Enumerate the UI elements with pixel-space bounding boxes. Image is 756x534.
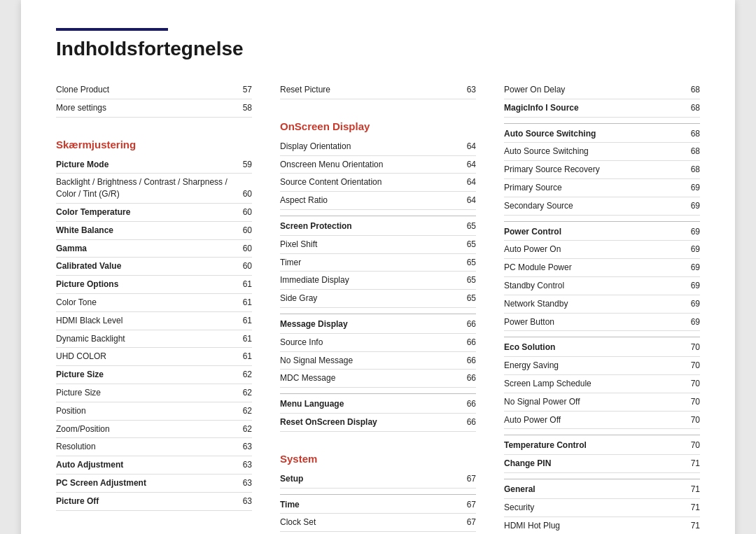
list-item: UHD COLOR 61 bbox=[56, 348, 252, 366]
list-item: Eco Solution 70 bbox=[504, 339, 700, 357]
list-item: Source Info 66 bbox=[280, 334, 476, 352]
list-item: Standby Control 69 bbox=[504, 277, 700, 295]
list-item: Change PIN 71 bbox=[504, 455, 700, 473]
section-heading-onscreen: OnScreen Display bbox=[280, 120, 476, 132]
onscreen-entries-a: Display Orientation 64 Onscreen Menu Ori… bbox=[280, 138, 476, 210]
list-item: No Signal Power Off 70 bbox=[504, 393, 700, 412]
list-item: Auto Power On 69 bbox=[504, 241, 700, 259]
list-item: Display Orientation 64 bbox=[280, 138, 476, 156]
list-item: PC Screen Adjustment 63 bbox=[56, 475, 252, 493]
section-heading-skaermjustering: Skærmjustering bbox=[56, 139, 252, 150]
entry-clone-product: Clone Product 57 bbox=[56, 81, 252, 99]
list-item: Screen Lamp Schedule 70 bbox=[504, 375, 700, 393]
list-item: Gamma 60 bbox=[56, 240, 252, 258]
list-item: HDMI Black Level 61 bbox=[56, 312, 252, 330]
system-entries-b: Time 67 Clock Set 67 DST 68 Sleep Timer … bbox=[280, 496, 476, 534]
top-entries-col3: Power On Delay 68 MagicInfo I Source 68 bbox=[504, 81, 700, 118]
list-item: Color Temperature 60 bbox=[56, 204, 252, 222]
list-item: Setup 67 bbox=[280, 470, 476, 489]
list-item: Picture Size 62 bbox=[56, 366, 252, 384]
page: Indholdsfortegnelse Clone Product 57 Mor… bbox=[21, 0, 735, 534]
list-item: Power Control 69 bbox=[504, 223, 700, 241]
list-item: MagicInfo I Source 68 bbox=[504, 99, 700, 118]
column-1: Clone Product 57 More settings 58 Skærmj… bbox=[56, 81, 252, 534]
list-item: Onscreen Menu Orientation 64 bbox=[280, 156, 476, 174]
list-item: Zoom/Position 62 bbox=[56, 421, 252, 439]
list-item: HDMI Hot Plug 71 bbox=[504, 517, 700, 534]
list-item: Backlight / Brightness / Contrast / Shar… bbox=[56, 174, 252, 204]
list-item: Network Standby 69 bbox=[504, 295, 700, 314]
onscreen-entries-b: Screen Protection 65 Pixel Shift 65 Time… bbox=[280, 218, 476, 308]
list-item: Auto Source Switching 68 bbox=[504, 143, 700, 161]
list-item: Source Content Orientation 64 bbox=[280, 174, 476, 192]
list-item: Timer 65 bbox=[280, 254, 476, 272]
col3-section3: Eco Solution 70 Energy Saving 70 Screen … bbox=[504, 339, 700, 429]
list-item: No Signal Message 66 bbox=[280, 352, 476, 370]
list-item: Clock Set 67 bbox=[280, 514, 476, 532]
list-item: Power Button 69 bbox=[504, 314, 700, 332]
skaerm-entries: Picture Mode 59 Backlight / Brightness /… bbox=[56, 156, 252, 511]
list-item: Picture Off 63 bbox=[56, 493, 252, 511]
onscreen-entries-c: Message Display 66 Source Info 66 No Sig… bbox=[280, 316, 476, 388]
list-item: Immediate Display 65 bbox=[280, 272, 476, 290]
col3-section2: Power Control 69 Auto Power On 69 PC Mod… bbox=[504, 223, 700, 332]
content-grid: Clone Product 57 More settings 58 Skærmj… bbox=[56, 81, 700, 534]
system-entries-a: Setup 67 bbox=[280, 470, 476, 489]
list-item: Calibrated Value 60 bbox=[56, 258, 252, 276]
title-bar bbox=[56, 28, 168, 31]
list-item: Resolution 63 bbox=[56, 438, 252, 456]
list-item: Picture Options 61 bbox=[56, 276, 252, 294]
list-item: White Balance 60 bbox=[56, 222, 252, 240]
list-item: Dynamic Backlight 61 bbox=[56, 330, 252, 349]
page-title: Indholdsfortegnelse bbox=[56, 38, 700, 60]
list-item: Power On Delay 68 bbox=[504, 81, 700, 99]
entry-reset-picture: Reset Picture 63 bbox=[280, 81, 476, 99]
top-entries-col2: Reset Picture 63 bbox=[280, 81, 476, 99]
list-item: Energy Saving 70 bbox=[504, 357, 700, 375]
list-item: General 71 bbox=[504, 481, 700, 499]
top-entries-col1: Clone Product 57 More settings 58 bbox=[56, 81, 252, 118]
list-item: Auto Power Off 70 bbox=[504, 412, 700, 430]
col3-section1: Auto Source Switching 68 Auto Source Swi… bbox=[504, 125, 700, 216]
list-item: Time 67 bbox=[280, 496, 476, 514]
list-item: Primary Source 69 bbox=[504, 179, 700, 197]
list-item: Picture Size 62 bbox=[56, 384, 252, 402]
list-item: Color Tone 61 bbox=[56, 294, 252, 312]
list-item: Picture Mode 59 bbox=[56, 156, 252, 174]
list-item: Auto Adjustment 63 bbox=[56, 456, 252, 475]
col3-section4: Temperature Control 70 Change PIN 71 bbox=[504, 437, 700, 473]
list-item: Pixel Shift 65 bbox=[280, 236, 476, 254]
col3-section5: General 71 Security 71 HDMI Hot Plug 71 bbox=[504, 481, 700, 534]
list-item: Security 71 bbox=[504, 499, 700, 517]
list-item: Position 62 bbox=[56, 402, 252, 421]
list-item: MDC Message 66 bbox=[280, 370, 476, 388]
list-item: Reset OnScreen Display 66 bbox=[280, 414, 476, 432]
list-item: Secondary Source 69 bbox=[504, 197, 700, 216]
list-item: Auto Source Switching 68 bbox=[504, 125, 700, 143]
list-item: Menu Language 66 bbox=[280, 395, 476, 414]
list-item: Aspect Ratio 64 bbox=[280, 192, 476, 210]
section-heading-system: System bbox=[280, 453, 476, 465]
list-item: Screen Protection 65 bbox=[280, 218, 476, 236]
list-item: Message Display 66 bbox=[280, 316, 476, 334]
column-3: Power On Delay 68 MagicInfo I Source 68 … bbox=[504, 81, 700, 534]
list-item: Side Gray 65 bbox=[280, 290, 476, 308]
onscreen-entries-d: Menu Language 66 Reset OnScreen Display … bbox=[280, 395, 476, 432]
list-item: Primary Source Recovery 68 bbox=[504, 161, 700, 179]
column-2: Reset Picture 63 OnScreen Display Displa… bbox=[280, 81, 476, 534]
list-item: PC Module Power 69 bbox=[504, 259, 700, 277]
list-item: Temperature Control 70 bbox=[504, 437, 700, 455]
entry-more-settings: More settings 58 bbox=[56, 99, 252, 118]
